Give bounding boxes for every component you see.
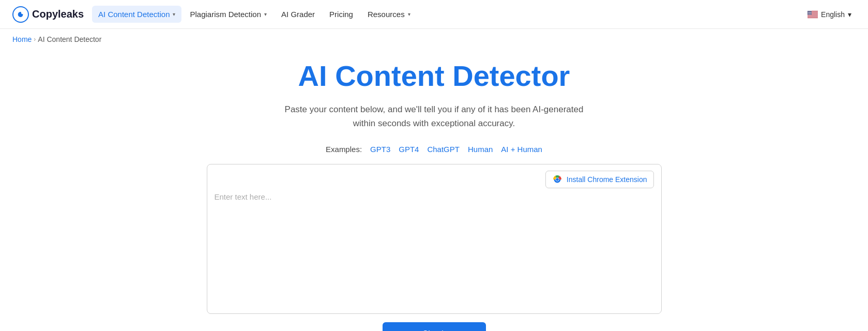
svg-point-27: [811, 13, 811, 13]
chevron-down-icon: ▾: [264, 11, 267, 17]
svg-point-15: [808, 11, 809, 12]
svg-point-25: [809, 13, 810, 13]
svg-point-13: [810, 11, 811, 11]
example-gpt4[interactable]: GPT4: [399, 145, 419, 154]
svg-point-40: [556, 178, 559, 181]
chevron-down-icon: ▾: [408, 11, 410, 17]
svg-point-29: [809, 13, 809, 14]
nav-item-pricing-label: Pricing: [329, 10, 353, 19]
example-chatgpt[interactable]: ChatGPT: [427, 145, 460, 154]
svg-point-12: [810, 11, 810, 11]
navbar: Copyleaks AI Content Detection ▾ Plagiar…: [0, 0, 868, 29]
nav-item-pricing[interactable]: Pricing: [323, 6, 359, 23]
svg-point-21: [810, 12, 810, 12]
language-chevron-icon: ▾: [848, 10, 851, 19]
svg-point-23: [811, 12, 812, 12]
svg-point-24: [808, 13, 809, 13]
page-subtitle: Paste your content below, and we'll tell…: [285, 102, 584, 130]
svg-point-10: [808, 11, 809, 11]
breadcrumb-separator: ›: [34, 36, 36, 43]
main-content: AI Content Detector Paste your content b…: [0, 50, 868, 331]
svg-point-32: [811, 13, 812, 14]
nav-items: AI Content Detection ▾ Plagiarism Detect…: [92, 6, 803, 23]
page-title: AI Content Detector: [298, 60, 570, 92]
logo[interactable]: Copyleaks: [12, 6, 84, 23]
svg-point-18: [811, 11, 811, 12]
svg-point-11: [809, 11, 809, 11]
install-chrome-extension-button[interactable]: Install Chrome Extension: [545, 171, 654, 188]
text-input[interactable]: [207, 188, 661, 311]
example-human[interactable]: Human: [468, 145, 493, 154]
nav-item-ai-content-detection-label: AI Content Detection: [98, 10, 170, 19]
svg-point-34: [809, 14, 810, 14]
nav-item-ai-grader-label: AI Grader: [281, 10, 315, 19]
subtitle-line1: Paste your content below, and we'll tell…: [285, 104, 584, 114]
svg-point-36: [811, 14, 811, 14]
nav-item-resources[interactable]: Resources ▾: [361, 6, 417, 23]
nav-item-resources-label: Resources: [368, 10, 405, 19]
breadcrumb: Home › AI Content Detector: [0, 29, 868, 50]
logo-text: Copyleaks: [32, 8, 84, 20]
logo-icon: [12, 6, 29, 23]
svg-point-19: [808, 12, 809, 12]
breadcrumb-home-link[interactable]: Home: [12, 35, 32, 43]
nav-item-plagiarism-detection[interactable]: Plagiarism Detection ▾: [184, 6, 273, 23]
subtitle-line2: within seconds with exceptional accuracy…: [353, 118, 515, 128]
svg-point-17: [810, 11, 811, 12]
svg-point-1: [21, 11, 24, 13]
breadcrumb-current: AI Content Detector: [38, 35, 101, 43]
chrome-icon: [552, 174, 562, 185]
svg-rect-8: [808, 17, 818, 17]
svg-point-16: [809, 11, 810, 12]
examples-label: Examples:: [326, 145, 362, 154]
svg-point-14: [811, 11, 812, 11]
textarea-top-bar: Install Chrome Extension: [207, 164, 661, 188]
check-button[interactable]: Check: [383, 322, 486, 331]
svg-point-35: [810, 14, 811, 14]
nav-item-ai-content-detection[interactable]: AI Content Detection ▾: [92, 6, 181, 23]
nav-item-plagiarism-detection-label: Plagiarism Detection: [190, 10, 261, 19]
nav-item-ai-grader[interactable]: AI Grader: [275, 6, 321, 23]
flag-icon: [808, 11, 818, 18]
svg-point-31: [810, 13, 811, 14]
svg-rect-7: [808, 16, 818, 16]
text-input-container: Install Chrome Extension: [207, 164, 662, 314]
language-selector[interactable]: English ▾: [803, 8, 856, 21]
svg-point-33: [808, 14, 809, 14]
svg-rect-6: [808, 14, 818, 15]
svg-point-30: [810, 13, 810, 14]
example-gpt3[interactable]: GPT3: [370, 145, 390, 154]
example-ai-human[interactable]: AI + Human: [501, 145, 542, 154]
svg-point-22: [810, 12, 811, 12]
chevron-down-icon: ▾: [173, 11, 175, 17]
nav-right: English ▾: [803, 8, 856, 21]
chrome-extension-label: Install Chrome Extension: [567, 175, 647, 184]
examples-row: Examples: GPT3 GPT4 ChatGPT Human AI + H…: [326, 145, 542, 154]
svg-point-20: [809, 12, 809, 12]
svg-point-28: [808, 13, 809, 14]
language-label: English: [821, 10, 845, 19]
svg-point-26: [810, 13, 811, 13]
